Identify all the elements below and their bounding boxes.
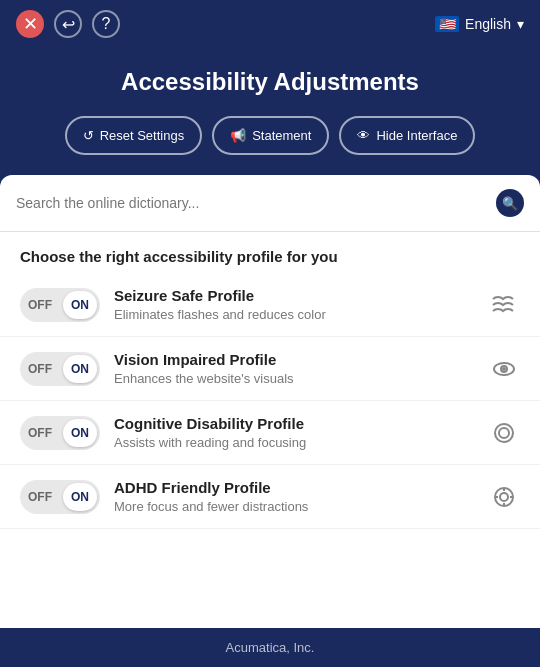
content-area: 🔍 Choose the right accessibility profile… xyxy=(0,175,540,628)
profile-item-vision: OFF ON Vision Impaired Profile Enhances … xyxy=(0,337,540,401)
hide-interface-button[interactable]: 👁 Hide Interface xyxy=(339,116,475,155)
profile-info-adhd: ADHD Friendly Profile More focus and few… xyxy=(114,479,474,514)
toggle-vision[interactable]: OFF ON xyxy=(20,352,100,386)
search-icon[interactable]: 🔍 xyxy=(496,189,524,217)
profile-info-seizure-safe: Seizure Safe Profile Eliminates flashes … xyxy=(114,287,474,322)
profile-desc-cognitive: Assists with reading and focusing xyxy=(114,435,474,450)
profile-item-seizure-safe: OFF ON Seizure Safe Profile Eliminates f… xyxy=(0,273,540,337)
top-bar: ✕ ↩ ? 🇺🇸 English ▾ xyxy=(0,0,540,48)
close-button[interactable]: ✕ xyxy=(16,10,44,38)
search-input[interactable] xyxy=(16,195,488,211)
profile-info-cognitive: Cognitive Disability Profile Assists wit… xyxy=(114,415,474,450)
svg-point-2 xyxy=(503,368,505,370)
profile-item-cognitive: OFF ON Cognitive Disability Profile Assi… xyxy=(0,401,540,465)
statement-label: Statement xyxy=(252,128,311,143)
toggle-off-vision[interactable]: OFF xyxy=(20,352,60,386)
flag-icon: 🇺🇸 xyxy=(435,16,459,32)
adhd-icon xyxy=(488,481,520,513)
toggle-on-cognitive[interactable]: ON xyxy=(63,419,97,447)
toggle-on-adhd[interactable]: ON xyxy=(63,483,97,511)
search-container: 🔍 xyxy=(0,175,540,232)
footer: Acumatica, Inc. xyxy=(0,628,540,667)
section-title: Choose the right accessibility profile f… xyxy=(0,232,540,273)
profiles-list: OFF ON Seizure Safe Profile Eliminates f… xyxy=(0,273,540,628)
vision-icon xyxy=(488,353,520,385)
toggle-cognitive[interactable]: OFF ON xyxy=(20,416,100,450)
hide-label: Hide Interface xyxy=(376,128,457,143)
reset-label: Reset Settings xyxy=(100,128,185,143)
profile-desc-seizure-safe: Eliminates flashes and reduces color xyxy=(114,307,474,322)
toggle-on-seizure-safe[interactable]: ON xyxy=(63,291,97,319)
profile-name-vision: Vision Impaired Profile xyxy=(114,351,474,368)
statement-icon: 📢 xyxy=(230,128,246,143)
seizure-safe-icon xyxy=(488,289,520,321)
profile-name-adhd: ADHD Friendly Profile xyxy=(114,479,474,496)
profile-info-vision: Vision Impaired Profile Enhances the web… xyxy=(114,351,474,386)
toggle-seizure-safe[interactable]: OFF ON xyxy=(20,288,100,322)
svg-point-3 xyxy=(495,424,513,442)
profile-name-seizure-safe: Seizure Safe Profile xyxy=(114,287,474,304)
profile-name-cognitive: Cognitive Disability Profile xyxy=(114,415,474,432)
reset-icon: ↺ xyxy=(83,128,94,143)
toggle-on-vision[interactable]: ON xyxy=(63,355,97,383)
svg-point-4 xyxy=(499,428,509,438)
chevron-down-icon: ▾ xyxy=(517,16,524,32)
cognitive-icon xyxy=(488,417,520,449)
hide-icon: 👁 xyxy=(357,128,370,143)
help-button[interactable]: ? xyxy=(92,10,120,38)
back-button[interactable]: ↩ xyxy=(54,10,82,38)
toggle-off-adhd[interactable]: OFF xyxy=(20,480,60,514)
action-row: ↺ Reset Settings 📢 Statement 👁 Hide Inte… xyxy=(0,116,540,175)
top-bar-left: ✕ ↩ ? xyxy=(16,10,120,38)
profile-item-adhd: OFF ON ADHD Friendly Profile More focus … xyxy=(0,465,540,529)
toggle-adhd[interactable]: OFF ON xyxy=(20,480,100,514)
main-panel: Accessibility Adjustments ↺ Reset Settin… xyxy=(0,48,540,667)
profile-desc-vision: Enhances the website's visuals xyxy=(114,371,474,386)
reset-settings-button[interactable]: ↺ Reset Settings xyxy=(65,116,203,155)
panel-title: Accessibility Adjustments xyxy=(0,48,540,116)
language-label: English xyxy=(465,16,511,32)
toggle-off-seizure-safe[interactable]: OFF xyxy=(20,288,60,322)
language-selector[interactable]: 🇺🇸 English ▾ xyxy=(435,16,524,32)
statement-button[interactable]: 📢 Statement xyxy=(212,116,329,155)
toggle-off-cognitive[interactable]: OFF xyxy=(20,416,60,450)
svg-point-6 xyxy=(500,493,508,501)
profile-desc-adhd: More focus and fewer distractions xyxy=(114,499,474,514)
